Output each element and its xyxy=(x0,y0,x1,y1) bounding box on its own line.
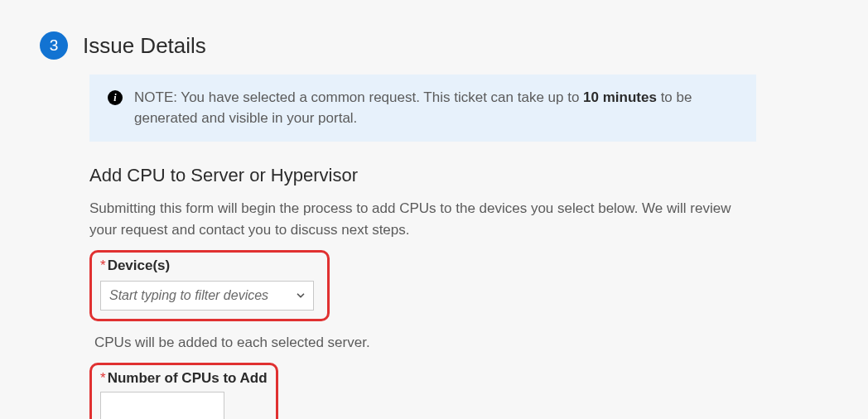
cpu-count-field-block: *Number of CPUs to Add xyxy=(89,363,278,419)
step-content: i NOTE: You have selected a common reque… xyxy=(89,75,756,419)
devices-placeholder: Start typing to filter devices xyxy=(109,288,268,303)
step-title: Issue Details xyxy=(83,33,206,59)
devices-combobox[interactable]: Start typing to filter devices xyxy=(100,281,314,311)
cpu-count-input[interactable] xyxy=(100,392,224,419)
required-mark: * xyxy=(100,258,106,273)
devices-field-block: *Device(s) Start typing to filter device… xyxy=(89,250,330,321)
note-pre: You have selected a common request. This… xyxy=(177,89,583,105)
required-mark: * xyxy=(100,370,106,386)
devices-label-text: Device(s) xyxy=(108,258,171,273)
form-step-container: 3 Issue Details i NOTE: You have selecte… xyxy=(0,0,868,419)
note-label: NOTE: xyxy=(134,89,177,105)
step-number-badge: 3 xyxy=(40,31,68,60)
note-text: NOTE: You have selected a common request… xyxy=(134,88,738,128)
note-bold: 10 minutes xyxy=(583,89,657,105)
cpu-count-label: *Number of CPUs to Add xyxy=(100,370,268,387)
devices-helper-text: CPUs will be added to each selected serv… xyxy=(94,335,756,351)
cpu-count-label-text: Number of CPUs to Add xyxy=(108,370,268,386)
info-icon: i xyxy=(108,90,123,105)
devices-label: *Device(s) xyxy=(100,258,319,274)
note-banner: i NOTE: You have selected a common reque… xyxy=(89,75,756,142)
chevron-down-icon xyxy=(295,290,306,301)
step-header: 3 Issue Details xyxy=(40,31,828,60)
section-heading: Add CPU to Server or Hypervisor xyxy=(89,165,756,186)
section-description: Submitting this form will begin the proc… xyxy=(89,198,756,240)
